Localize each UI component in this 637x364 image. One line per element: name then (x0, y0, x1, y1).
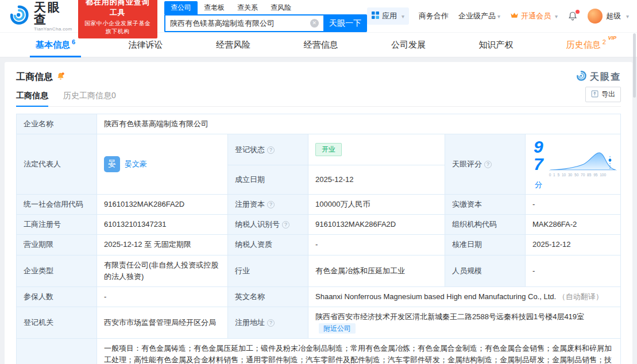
score-distribution-chart: 0 1 5 10 30 50 70 85 95 100 (549, 150, 617, 178)
company-type-value: 有限责任公司(非自然人投资或控股的法人独资) (97, 255, 228, 286)
table-row: 企业名称 陕西有色镁基高端制造有限公司 (17, 114, 621, 134)
page-scrollbar[interactable] (633, 33, 636, 98)
tab-legal-litigation[interactable]: 法律诉讼 (126, 33, 165, 57)
company-name-label: 企业名称 (17, 114, 97, 134)
logo-name-cn: 天眼查 (34, 1, 72, 25)
help-icon[interactable]: ? (267, 319, 275, 327)
table-row: 企业类型 有限责任公司(非自然人投资或控股的法人独资) 行业 有色金属冶炼和压延… (17, 255, 621, 286)
approval-date-value: 2025-12-12 (526, 235, 621, 255)
open-vip-menu[interactable]: 开通会员 ▾ (510, 11, 558, 21)
industry-value: 有色金属冶炼和压延加工业 (308, 255, 445, 286)
tianyancha-logo[interactable]: 天眼查 TianYanCha.com (8, 1, 72, 32)
export-icon (591, 90, 599, 99)
help-icon[interactable]: ? (267, 146, 275, 154)
paid-capital-value: - (526, 195, 621, 215)
legal-rep-label: 法定代表人 (17, 134, 97, 195)
help-icon[interactable]: ? (267, 201, 275, 208)
search-tab-relation[interactable]: 查关系 (231, 1, 264, 14)
search-type-tabs: 查公司 查老板 查关系 查风险 (164, 1, 367, 14)
reg-capital-label: 注册资本? (228, 195, 308, 215)
score-value: 97分 0 1 5 10 30 50 70 85 95 100 (526, 134, 621, 195)
table-row: 参保人数 - 英文名称 Shaanxi Nonferrous Magnesium… (17, 286, 621, 307)
apps-grid-icon (372, 11, 379, 21)
nearby-companies-link[interactable]: 附近公司 (319, 323, 356, 334)
business-term-value: 2025-12-12 至 无固定期限 (97, 235, 228, 255)
english-name-value: Shaanxi Nonferrous Magnesium based High … (308, 286, 621, 307)
search-area: 查公司 查老板 查关系 查风险 ✕ 天眼一下 (164, 1, 367, 32)
auto-translate-note: （自动翻译） (558, 292, 603, 301)
clear-search-icon[interactable]: ✕ (310, 19, 319, 28)
help-icon[interactable]: ? (282, 221, 289, 229)
legal-rep-avatar[interactable]: 晏 (104, 156, 120, 172)
tab-history-info[interactable]: 历史信息2 VIP (564, 33, 608, 57)
company-name-value: 陕西有色镁基高端制造有限公司 (97, 114, 621, 134)
monitor-bell-icon[interactable] (56, 72, 65, 83)
score-number: 97分 (534, 138, 543, 190)
tab-intellectual-property[interactable]: 知识产权 (476, 33, 515, 57)
tab-basic-info[interactable]: 基本信息6 (33, 33, 78, 57)
apps-label: 应用 (382, 11, 397, 21)
apps-menu[interactable]: 应用 ▾ (367, 7, 409, 25)
user-account-menu[interactable]: 超级 ▾ (588, 9, 629, 24)
legal-rep-link[interactable]: 晏文豪 (125, 158, 147, 170)
subtab-business-info[interactable]: 工商信息 (16, 91, 48, 106)
english-name-label: 英文名称 (228, 286, 308, 307)
insured-count-label: 参保人数 (17, 286, 97, 307)
watermark-text: 天眼查 (590, 71, 621, 83)
company-type-label: 企业类型 (17, 255, 97, 286)
user-avatar (588, 9, 603, 24)
tab-operation-info[interactable]: 经营信息 (301, 33, 340, 57)
establish-date-label: 成立日期 (228, 165, 308, 195)
table-row: 登记机关 西安市市场监督管理局经开区分局 注册地址? 陕西省西安市经济技术开发区… (17, 307, 621, 338)
reg-no-label: 工商注册号 (17, 215, 97, 235)
table-row: 工商注册号 610132101347231 纳税人识别号? 91610132MA… (17, 215, 621, 235)
search-button[interactable]: 天眼一下 (323, 14, 367, 32)
insured-count-value: - (97, 286, 228, 307)
approval-date-label: 核准日期 (445, 235, 526, 255)
chevron-down-icon: ▾ (626, 13, 629, 20)
registration-authority-value: 西安市市场监督管理局经开区分局 (97, 307, 228, 338)
search-tab-boss[interactable]: 查老板 (198, 1, 231, 14)
table-row: 营业期限 2025-12-12 至 无固定期限 纳税人资质 - 核准日期 202… (17, 235, 621, 255)
reg-status-value: 开业 (308, 134, 445, 165)
establish-date-value: 2025-12-12 (308, 165, 445, 195)
business-cooperation-link[interactable]: 商务合作 (419, 11, 449, 21)
org-code-value: MAK286FA-2 (526, 215, 621, 235)
help-icon[interactable]: ? (484, 161, 492, 168)
reg-no-value: 610132101347231 (97, 215, 228, 235)
tianyancha-logo-icon (8, 4, 30, 28)
subtab-history-business-info[interactable]: 历史工商信息0 (63, 91, 116, 106)
enterprise-products-label: 企业级产品 (458, 11, 496, 21)
search-tab-risk[interactable]: 查风险 (264, 1, 298, 14)
user-name: 超级 (606, 11, 621, 21)
notifications-bell[interactable] (567, 11, 578, 21)
tianyancha-watermark: 天眼查 (576, 70, 621, 84)
export-label: 导出 (601, 90, 615, 99)
staff-size-label: 人员规模 (445, 255, 526, 286)
search-input[interactable] (170, 19, 310, 28)
crown-icon (510, 12, 519, 21)
open-vip-label: 开通会员 (521, 11, 551, 21)
enterprise-products-menu[interactable]: 企业级产品 ▾ (458, 11, 500, 21)
registered-address-label: 注册地址? (228, 307, 308, 338)
vip-badge: VIP (608, 35, 616, 41)
tab-company-development[interactable]: 公司发展 (389, 33, 428, 57)
table-row: 经营范围 一般项目：有色金属铸造；有色金属压延加工；锻件及粉末冶金制品制造；常用… (17, 339, 621, 364)
business-scope-value: 一般项目：有色金属铸造；有色金属压延加工；锻件及粉末冶金制品制造；常用有色金属冶… (97, 339, 621, 364)
business-info-card: 工商信息 天眼查 工商信息 历史工商信息0 导出 (5, 62, 632, 364)
export-button[interactable]: 导出 (585, 87, 621, 102)
registration-authority-label: 登记机关 (17, 307, 97, 338)
section-title: 工商信息 (16, 71, 53, 83)
table-row: 统一社会信用代码 91610132MAK286FA2D 注册资本? 100000… (17, 195, 621, 215)
reg-status-label: 登记状态? (228, 134, 308, 165)
chevron-down-icon: ▾ (497, 13, 500, 20)
info-subtabs: 工商信息 历史工商信息0 导出 (16, 91, 621, 107)
slogan-line1: 都在用的商业查询工具 (83, 0, 152, 18)
tab-operation-risk[interactable]: 经营风险 (214, 33, 253, 57)
search-tab-company[interactable]: 查公司 (164, 1, 198, 14)
tianyancha-watermark-icon (576, 70, 587, 84)
score-axis-labels: 0 1 5 10 30 50 70 85 95 100 (549, 172, 617, 178)
search-input-box: ✕ (164, 14, 323, 32)
credit-code-label: 统一社会信用代码 (17, 195, 97, 215)
business-term-label: 营业期限 (17, 235, 97, 255)
